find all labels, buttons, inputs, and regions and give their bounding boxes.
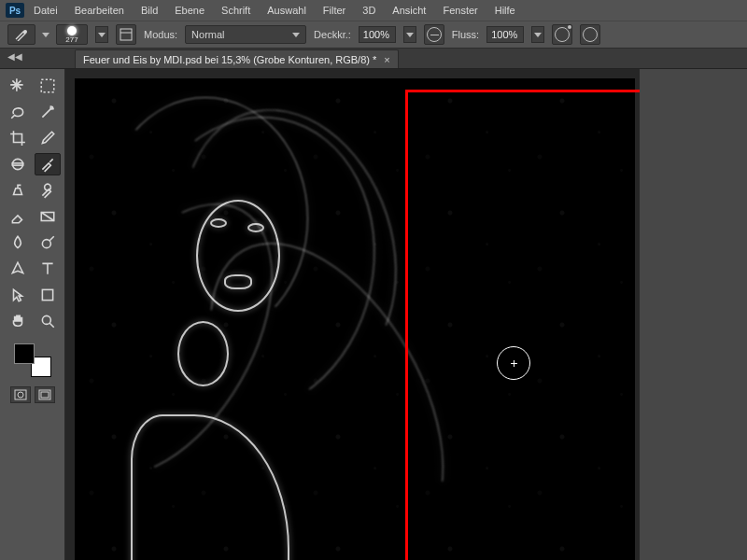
chevron-down-icon xyxy=(98,33,106,37)
menu-file[interactable]: Datei xyxy=(34,5,58,16)
menu-edit[interactable]: Bearbeiten xyxy=(75,5,124,16)
path-selection-tool-icon xyxy=(9,287,26,303)
menu-filter[interactable]: Filter xyxy=(323,5,345,16)
menu-layer[interactable]: Ebene xyxy=(175,5,204,16)
magic-wand-tool[interactable] xyxy=(35,101,61,123)
rectangle-tool[interactable] xyxy=(35,284,61,306)
separator-icon xyxy=(43,24,49,45)
opacity-field[interactable]: 100% xyxy=(359,26,396,43)
size-pressure-toggle[interactable] xyxy=(580,24,600,45)
svg-point-5 xyxy=(12,159,22,169)
svg-rect-9 xyxy=(42,289,52,300)
app-logo: Ps xyxy=(6,3,24,18)
opacity-label: Deckkr.: xyxy=(314,29,351,40)
brush-panel-icon xyxy=(120,28,133,41)
eraser-tool[interactable] xyxy=(5,205,31,228)
document-canvas[interactable] xyxy=(75,78,635,560)
tool-preset-picker[interactable] xyxy=(7,24,35,45)
eraser-tool-icon xyxy=(9,208,26,225)
gradient-tool-icon xyxy=(39,208,56,225)
menu-view[interactable]: Ansicht xyxy=(392,5,426,16)
crop-tool[interactable] xyxy=(5,127,31,149)
quick-mask-icon xyxy=(14,389,27,400)
eyedropper-tool[interactable] xyxy=(35,127,61,149)
brush-cursor-icon xyxy=(497,346,530,380)
menu-3d[interactable]: 3D xyxy=(362,5,375,16)
type-tool-icon xyxy=(39,260,56,277)
screen-mode-icon xyxy=(38,389,51,400)
move-tool-icon xyxy=(9,77,26,94)
brush-size-value: 277 xyxy=(65,36,78,44)
document-tab-strip: ◀◀ Feuer und Eis by MDI.psd bei 15,3% (G… xyxy=(0,49,747,69)
svg-point-8 xyxy=(42,240,50,248)
zoom-tool[interactable] xyxy=(35,310,61,332)
dodge-tool[interactable] xyxy=(35,231,61,254)
opacity-dropdown[interactable] xyxy=(403,26,416,43)
brush-preview-icon xyxy=(67,26,77,35)
blend-mode-value: Normal xyxy=(191,29,224,40)
airbrush-icon xyxy=(555,27,570,42)
menu-select[interactable]: Auswahl xyxy=(267,5,306,16)
type-tool[interactable] xyxy=(35,258,61,280)
marquee-tool-icon xyxy=(39,77,56,94)
right-panel-area xyxy=(640,69,747,560)
lasso-tool-icon xyxy=(9,104,26,120)
menu-image[interactable]: Bild xyxy=(141,5,158,16)
svg-point-4 xyxy=(50,106,52,108)
hand-tool-icon xyxy=(9,313,26,329)
brush-dropdown-button[interactable] xyxy=(95,26,108,43)
document-tab-title: Feuer und Eis by MDI.psd bei 15,3% (Grob… xyxy=(83,54,376,65)
healing-brush-tool[interactable] xyxy=(5,153,31,175)
path-selection-tool[interactable] xyxy=(5,284,31,306)
brush-panel-toggle[interactable] xyxy=(116,24,136,45)
close-icon[interactable]: × xyxy=(384,54,389,65)
zoom-tool-icon xyxy=(39,313,56,329)
menu-window[interactable]: Fenster xyxy=(443,5,477,16)
opacity-pressure-toggle[interactable] xyxy=(424,24,444,45)
airbrush-toggle[interactable] xyxy=(552,24,572,45)
screen-mode-toggle[interactable] xyxy=(35,386,55,403)
pen-tool[interactable] xyxy=(5,258,31,280)
marquee-tool[interactable] xyxy=(35,75,61,97)
svg-point-12 xyxy=(18,392,23,398)
document-tab[interactable]: Feuer und Eis by MDI.psd bei 15,3% (Grob… xyxy=(75,49,399,68)
quick-mask-toggle[interactable] xyxy=(10,386,31,403)
healing-brush-tool-icon xyxy=(9,156,26,173)
blend-mode-select[interactable]: Normal xyxy=(185,25,306,44)
history-brush-tool-icon xyxy=(39,182,56,199)
svg-point-10 xyxy=(42,315,50,324)
blend-mode-label: Modus: xyxy=(144,29,177,40)
target-icon xyxy=(583,27,598,42)
tools-panel xyxy=(0,69,65,560)
clone-stamp-tool[interactable] xyxy=(5,179,31,202)
blur-tool[interactable] xyxy=(5,231,31,254)
menu-bar: Ps Datei Bearbeiten Bild Ebene Schrift A… xyxy=(0,0,747,21)
pen-tool-icon xyxy=(9,260,26,277)
brush-tool-icon xyxy=(39,156,56,173)
menu-help[interactable]: Hilfe xyxy=(495,5,515,16)
brush-icon xyxy=(14,28,29,41)
canvas-artwork xyxy=(75,78,374,560)
pressure-icon xyxy=(427,27,442,42)
chevron-down-icon xyxy=(534,33,542,37)
hand-tool[interactable] xyxy=(5,310,31,332)
collapse-panels-icon[interactable]: ◀◀ xyxy=(7,51,22,62)
crop-tool-icon xyxy=(9,130,26,147)
annotation-red-box xyxy=(405,90,640,560)
chevron-down-icon xyxy=(292,33,300,37)
chevron-down-icon xyxy=(406,33,414,37)
canvas-area[interactable] xyxy=(65,69,640,560)
gradient-tool[interactable] xyxy=(35,205,61,228)
brush-tool[interactable] xyxy=(35,153,61,175)
color-swatches[interactable] xyxy=(14,343,51,377)
flow-label: Fluss: xyxy=(452,29,479,40)
foreground-color-swatch[interactable] xyxy=(14,343,35,364)
svg-rect-14 xyxy=(41,392,49,398)
brush-preset-picker[interactable]: 277 xyxy=(56,24,88,45)
menu-type[interactable]: Schrift xyxy=(221,5,250,16)
flow-dropdown[interactable] xyxy=(531,26,544,43)
flow-field[interactable]: 100% xyxy=(486,26,524,43)
lasso-tool[interactable] xyxy=(5,101,31,123)
move-tool[interactable] xyxy=(5,75,31,97)
history-brush-tool[interactable] xyxy=(35,179,61,202)
